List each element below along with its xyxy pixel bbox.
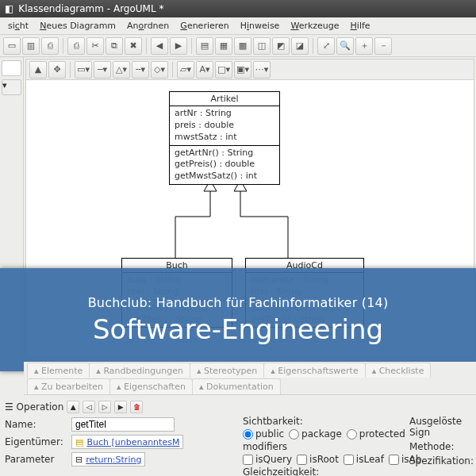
- uml-class-attrs: artNr : String preis : double mwstSatz :…: [170, 106, 279, 146]
- tb-diag4-icon[interactable]: ◫: [253, 37, 271, 55]
- menu-sicht[interactable]: sicht: [3, 19, 33, 33]
- menu-hinweise[interactable]: Hinweise: [236, 19, 285, 33]
- nav-up-icon[interactable]: ▲: [67, 401, 79, 413]
- tb-nav-fwd-icon[interactable]: ▶: [170, 37, 187, 55]
- tb-delete-icon[interactable]: ✖: [125, 37, 142, 55]
- chk-isquery[interactable]: isQuery: [243, 454, 292, 465]
- overlay-banner: Buchclub: Handbuch für Fachinformatiker …: [0, 268, 476, 371]
- tb-diag1-icon[interactable]: ▤: [196, 37, 213, 55]
- side-slot[interactable]: [2, 60, 21, 76]
- method-label: Methode:: [409, 441, 474, 452]
- tool-dep-icon[interactable]: ╌▾: [132, 61, 149, 79]
- nav-go-icon[interactable]: ▶: [114, 401, 127, 413]
- window-title: Klassendiagramm - ArgoUML *: [18, 3, 163, 14]
- tb-diag2-icon[interactable]: ▦: [215, 37, 232, 55]
- tab-stereotypen[interactable]: ▴ Stereotypen: [190, 363, 264, 378]
- menubar: sicht Neues Diagramm Anordnen Generieren…: [0, 17, 476, 35]
- tool-move-icon[interactable]: ✥: [48, 61, 66, 79]
- tb-zoomin-icon[interactable]: ＋: [355, 37, 373, 55]
- diagram-toolbar: ▲ ✥ ▭▾ ─▾ △▾ ╌▾ ◇▾ ▱▾ A▾ □▾ ▣▾ ⋯▾: [26, 60, 474, 80]
- tb-save-icon[interactable]: ⎙: [41, 37, 59, 55]
- menu-hilfe[interactable]: Hilfe: [346, 19, 375, 33]
- tab-eigenschaftswerte[interactable]: ▴ Eigenschaftswerte: [263, 363, 365, 378]
- overlay-subtitle: Buchclub: Handbuch für Fachinformatiker …: [88, 295, 389, 310]
- uml-class-artikel[interactable]: Artikel artNr : String preis : double mw…: [169, 91, 280, 185]
- raised-signal-label: Ausgelöste Sign: [409, 416, 474, 438]
- main-toolbar: ▭ ▥ ⎙ ⎙ ✂ ⧉ ✖ ◀ ▶ ▤ ▦ ▩ ◫ ◩ ◪ ⤢ 🔍 ＋ －: [0, 35, 476, 57]
- tab-elemente[interactable]: ▴ Elemente: [27, 363, 90, 378]
- tool-assoc-icon[interactable]: ─▾: [94, 61, 111, 79]
- lower-tabs-1: ▴ Elemente ▴ Randbedingungen ▴ Stereotyp…: [24, 362, 476, 379]
- chk-isleaf[interactable]: isLeaf: [344, 454, 384, 465]
- chk-isroot[interactable]: isRoot: [297, 454, 339, 465]
- uml-class-name: Artikel: [170, 92, 279, 106]
- delete-icon[interactable]: 🗑: [130, 401, 143, 413]
- tool-class-icon[interactable]: ▭▾: [75, 61, 92, 79]
- menu-anordnen[interactable]: Anordnen: [122, 19, 174, 33]
- tb-nav-back-icon[interactable]: ◀: [151, 37, 168, 55]
- uml-class-ops: getArtNr() : String getPreis() : double …: [170, 146, 279, 185]
- modifiers-group: isQuery isRoot isLeaf isAb: [243, 454, 421, 465]
- tb-find-icon[interactable]: 🔍: [336, 37, 354, 55]
- radio-package[interactable]: package: [289, 428, 342, 440]
- tb-new-icon[interactable]: ▭: [3, 37, 21, 55]
- tab-zu-bearbeiten[interactable]: ▴ Zu bearbeiten: [27, 378, 110, 394]
- param-icon: ⊟: [75, 455, 83, 465]
- tool-select-icon[interactable]: ▲: [29, 61, 47, 79]
- parameter-label: Parameter: [5, 454, 68, 465]
- tb-print-icon[interactable]: ⎙: [67, 37, 85, 55]
- tool-text-icon[interactable]: A▾: [196, 61, 213, 79]
- overlay-title: Software-Engineering: [93, 313, 383, 345]
- tool-pkg-icon[interactable]: ▣▾: [234, 61, 251, 79]
- side-slot[interactable]: ▾: [2, 79, 21, 95]
- app-icon: ◧: [5, 3, 13, 14]
- menu-werkzeuge[interactable]: Werkzeuge: [286, 19, 344, 33]
- window-titlebar: ◧ Klassendiagramm - ArgoUML *: [0, 0, 476, 17]
- modifiers-label: modifiers: [243, 441, 287, 452]
- name-input[interactable]: [71, 417, 175, 432]
- tb-cut-icon[interactable]: ✂: [86, 37, 104, 55]
- radio-protected[interactable]: protected: [347, 428, 405, 440]
- visibility-label: Sichtbarkeit:: [243, 416, 303, 427]
- parameter-field[interactable]: ⊟ return:String: [71, 452, 145, 466]
- owner-label: Eigentümer:: [5, 436, 68, 447]
- tool-gen-icon[interactable]: △▾: [113, 61, 130, 79]
- nav-next-icon[interactable]: ▷: [98, 401, 111, 413]
- lower-tabs-2: ▴ Zu bearbeiten ▴ Eigenschaften ▴ Dokume…: [24, 378, 476, 395]
- tab-dokumentation[interactable]: ▴ Dokumentation: [192, 378, 281, 394]
- operation-label: Operation: [17, 401, 64, 413]
- tool-more-icon[interactable]: ⋯▾: [253, 61, 271, 79]
- tb-zoomfit-icon[interactable]: ⤢: [317, 37, 335, 55]
- menu-neues-diagramm[interactable]: Neues Diagramm: [35, 19, 121, 33]
- tb-diag3-icon[interactable]: ▩: [234, 37, 251, 55]
- nav-prev-icon[interactable]: ◁: [83, 401, 95, 413]
- tb-zoomout-icon[interactable]: －: [374, 37, 392, 55]
- owner-field[interactable]: ▤ Buch [unbenanntesM: [71, 435, 183, 449]
- tb-diag6-icon[interactable]: ◪: [291, 37, 309, 55]
- concurrency-label: Gleichzeitigkeit:: [243, 466, 319, 476]
- tb-copy-icon[interactable]: ⧉: [106, 37, 123, 55]
- tab-randbedingungen[interactable]: ▴ Randbedingungen: [89, 363, 190, 378]
- visibility-group: public package protected: [243, 428, 421, 440]
- class-icon: ▤: [75, 437, 83, 447]
- radio-public[interactable]: public: [243, 428, 284, 440]
- properties-panel: ☰ Operation ▲ ◁ ▷ ▶ 🗑 Name: Eigentümer: …: [0, 395, 476, 476]
- tool-box-icon[interactable]: □▾: [215, 61, 232, 79]
- tab-checkliste[interactable]: ▴ Checkliste: [365, 363, 432, 378]
- tool-realize-icon[interactable]: ◇▾: [151, 61, 168, 79]
- spec-label: Spezifikation:: [409, 455, 474, 466]
- menu-generieren[interactable]: Generieren: [175, 19, 233, 33]
- tb-diag5-icon[interactable]: ◩: [272, 37, 290, 55]
- tab-eigenschaften[interactable]: ▴ Eigenschaften: [109, 378, 193, 394]
- name-label: Name:: [5, 419, 68, 430]
- tool-note-icon[interactable]: ▱▾: [177, 61, 194, 79]
- tb-open-icon[interactable]: ▥: [22, 37, 40, 55]
